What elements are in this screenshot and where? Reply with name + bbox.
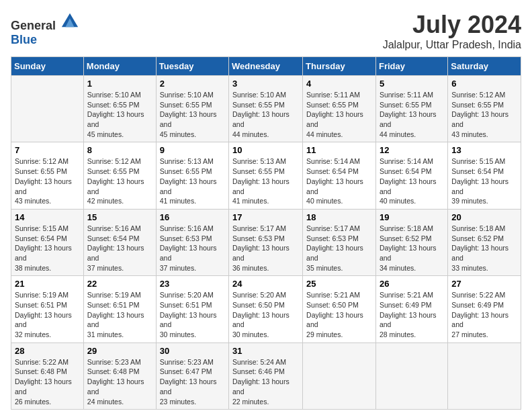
day-cell: 9Sunrise: 5:13 AMSunset: 6:55 PMDaylight… [156, 142, 228, 209]
day-detail: Sunrise: 5:23 AMSunset: 6:47 PMDaylight:… [160, 357, 225, 406]
week-row-3: 14Sunrise: 5:15 AMSunset: 6:54 PMDayligh… [11, 209, 521, 275]
day-number: 5 [380, 79, 444, 89]
day-detail: Sunrise: 5:21 AMSunset: 6:49 PMDaylight:… [380, 290, 444, 339]
day-cell: 20Sunrise: 5:18 AMSunset: 6:52 PMDayligh… [448, 209, 521, 275]
day-cell: 4Sunrise: 5:11 AMSunset: 6:55 PMDaylight… [303, 76, 376, 142]
header-tuesday: Tuesday [156, 57, 228, 76]
day-number: 21 [15, 279, 80, 289]
day-cell: 18Sunrise: 5:17 AMSunset: 6:53 PMDayligh… [303, 209, 376, 275]
logo-general: General [11, 19, 56, 32]
day-number: 11 [306, 145, 372, 155]
day-cell: 29Sunrise: 5:23 AMSunset: 6:48 PMDayligh… [83, 342, 156, 409]
day-cell: 26Sunrise: 5:21 AMSunset: 6:49 PMDayligh… [375, 276, 447, 342]
day-detail: Sunrise: 5:17 AMSunset: 6:53 PMDaylight:… [306, 224, 372, 273]
day-cell: 23Sunrise: 5:20 AMSunset: 6:51 PMDayligh… [156, 276, 228, 342]
week-row-4: 21Sunrise: 5:19 AMSunset: 6:51 PMDayligh… [11, 276, 521, 342]
day-detail: Sunrise: 5:15 AMSunset: 6:54 PMDaylight:… [15, 224, 80, 273]
day-number: 8 [87, 145, 152, 155]
day-number: 24 [232, 279, 299, 289]
day-cell: 24Sunrise: 5:20 AMSunset: 6:50 PMDayligh… [229, 276, 303, 342]
day-number: 19 [380, 212, 444, 222]
header-friday: Friday [375, 57, 447, 76]
day-number: 20 [451, 212, 517, 222]
calendar-table: SundayMondayTuesdayWednesdayThursdayFrid… [11, 56, 521, 410]
day-detail: Sunrise: 5:11 AMSunset: 6:55 PMDaylight:… [380, 90, 444, 139]
day-detail: Sunrise: 5:19 AMSunset: 6:51 PMDaylight:… [15, 290, 80, 339]
day-cell: 3Sunrise: 5:10 AMSunset: 6:55 PMDaylight… [229, 76, 303, 142]
header-monday: Monday [83, 57, 156, 76]
day-cell: 8Sunrise: 5:12 AMSunset: 6:55 PMDaylight… [83, 142, 156, 209]
day-cell: 31Sunrise: 5:24 AMSunset: 6:46 PMDayligh… [229, 342, 303, 409]
day-cell [303, 342, 376, 409]
day-number: 9 [160, 145, 225, 155]
day-detail: Sunrise: 5:22 AMSunset: 6:49 PMDaylight:… [451, 290, 517, 339]
day-detail: Sunrise: 5:22 AMSunset: 6:48 PMDaylight:… [15, 357, 80, 406]
day-number: 10 [232, 145, 299, 155]
day-cell [448, 342, 521, 409]
day-number: 4 [306, 79, 372, 89]
day-cell: 30Sunrise: 5:23 AMSunset: 6:47 PMDayligh… [156, 342, 228, 409]
month-title: July 2024 [383, 11, 521, 39]
day-number: 1 [87, 79, 152, 89]
day-number: 12 [380, 145, 444, 155]
day-number: 18 [306, 212, 372, 222]
day-cell: 5Sunrise: 5:11 AMSunset: 6:55 PMDaylight… [375, 76, 447, 142]
day-cell [11, 76, 84, 142]
logo-blue: Blue [11, 33, 37, 46]
day-number: 22 [87, 279, 152, 289]
day-detail: Sunrise: 5:17 AMSunset: 6:53 PMDaylight:… [232, 224, 299, 273]
day-number: 6 [451, 79, 517, 89]
day-detail: Sunrise: 5:16 AMSunset: 6:53 PMDaylight:… [160, 224, 225, 273]
day-cell: 21Sunrise: 5:19 AMSunset: 6:51 PMDayligh… [11, 276, 84, 342]
day-cell: 17Sunrise: 5:17 AMSunset: 6:53 PMDayligh… [229, 209, 303, 275]
day-detail: Sunrise: 5:10 AMSunset: 6:55 PMDaylight:… [160, 90, 225, 139]
logo: General Blue [11, 11, 79, 47]
day-number: 29 [87, 346, 152, 356]
day-cell: 19Sunrise: 5:18 AMSunset: 6:52 PMDayligh… [375, 209, 447, 275]
header-thursday: Thursday [303, 57, 376, 76]
day-detail: Sunrise: 5:16 AMSunset: 6:54 PMDaylight:… [87, 224, 152, 273]
day-number: 23 [160, 279, 225, 289]
day-cell: 22Sunrise: 5:19 AMSunset: 6:51 PMDayligh… [83, 276, 156, 342]
day-detail: Sunrise: 5:12 AMSunset: 6:55 PMDaylight:… [451, 90, 517, 139]
day-detail: Sunrise: 5:18 AMSunset: 6:52 PMDaylight:… [451, 224, 517, 273]
day-detail: Sunrise: 5:13 AMSunset: 6:55 PMDaylight:… [232, 156, 299, 205]
day-cell: 6Sunrise: 5:12 AMSunset: 6:55 PMDaylight… [448, 76, 521, 142]
day-number: 16 [160, 212, 225, 222]
day-number: 2 [160, 79, 225, 89]
day-number: 26 [380, 279, 444, 289]
day-detail: Sunrise: 5:11 AMSunset: 6:55 PMDaylight:… [306, 90, 372, 139]
day-number: 7 [15, 145, 80, 155]
day-cell: 12Sunrise: 5:14 AMSunset: 6:54 PMDayligh… [375, 142, 447, 209]
day-number: 27 [451, 279, 517, 289]
title-area: July 2024 Jalalpur, Uttar Pradesh, India [383, 11, 521, 51]
day-detail: Sunrise: 5:13 AMSunset: 6:55 PMDaylight:… [160, 156, 225, 205]
day-number: 31 [232, 346, 299, 356]
header-row: SundayMondayTuesdayWednesdayThursdayFrid… [11, 57, 521, 76]
day-cell: 28Sunrise: 5:22 AMSunset: 6:48 PMDayligh… [11, 342, 84, 409]
day-detail: Sunrise: 5:20 AMSunset: 6:50 PMDaylight:… [232, 290, 299, 339]
day-cell: 1Sunrise: 5:10 AMSunset: 6:55 PMDaylight… [83, 76, 156, 142]
day-detail: Sunrise: 5:24 AMSunset: 6:46 PMDaylight:… [232, 357, 299, 406]
day-number: 15 [87, 212, 152, 222]
day-cell: 13Sunrise: 5:15 AMSunset: 6:54 PMDayligh… [448, 142, 521, 209]
day-number: 13 [451, 145, 517, 155]
day-cell [375, 342, 447, 409]
day-number: 17 [232, 212, 299, 222]
day-detail: Sunrise: 5:23 AMSunset: 6:48 PMDaylight:… [87, 357, 152, 406]
day-number: 14 [15, 212, 80, 222]
header-wednesday: Wednesday [229, 57, 303, 76]
header-sunday: Sunday [11, 57, 84, 76]
week-row-1: 1Sunrise: 5:10 AMSunset: 6:55 PMDaylight… [11, 76, 521, 142]
header-saturday: Saturday [448, 57, 521, 76]
day-cell: 2Sunrise: 5:10 AMSunset: 6:55 PMDaylight… [156, 76, 228, 142]
day-cell: 10Sunrise: 5:13 AMSunset: 6:55 PMDayligh… [229, 142, 303, 209]
day-detail: Sunrise: 5:10 AMSunset: 6:55 PMDaylight:… [87, 90, 152, 139]
day-cell: 14Sunrise: 5:15 AMSunset: 6:54 PMDayligh… [11, 209, 84, 275]
week-row-2: 7Sunrise: 5:12 AMSunset: 6:55 PMDaylight… [11, 142, 521, 209]
week-row-5: 28Sunrise: 5:22 AMSunset: 6:48 PMDayligh… [11, 342, 521, 409]
day-cell: 27Sunrise: 5:22 AMSunset: 6:49 PMDayligh… [448, 276, 521, 342]
day-detail: Sunrise: 5:21 AMSunset: 6:50 PMDaylight:… [306, 290, 372, 339]
day-detail: Sunrise: 5:18 AMSunset: 6:52 PMDaylight:… [380, 224, 444, 273]
location-title: Jalalpur, Uttar Pradesh, India [383, 39, 521, 51]
